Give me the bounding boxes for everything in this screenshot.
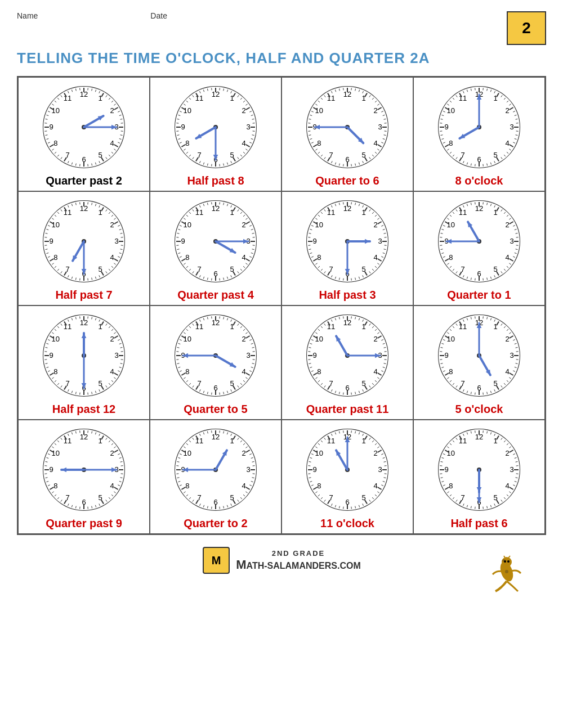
clock-face-5	[171, 196, 261, 286]
clock-label-4: Half past 7	[55, 289, 112, 302]
svg-text:M: M	[212, 554, 221, 567]
clock-cell-0: Quarter past 2	[18, 77, 150, 191]
clock-face-0	[39, 82, 129, 172]
clock-cell-8: Half past 12	[18, 305, 150, 420]
clock-cell-3: 8 o'clock	[413, 77, 545, 191]
clock-face-14	[302, 425, 392, 515]
clock-cell-10: Quarter past 11	[282, 305, 413, 420]
clock-cell-1: Half past 8	[150, 77, 282, 191]
clock-label-10: Quarter past 11	[306, 403, 389, 416]
clock-label-9: Quarter to 5	[184, 403, 247, 416]
clock-cell-2: Quarter to 6	[282, 77, 413, 191]
clock-face-1	[171, 82, 261, 172]
clock-cell-4: Half past 7	[18, 191, 150, 305]
clock-cell-14: 11 o'clock	[282, 420, 413, 534]
clock-label-0: Quarter past 2	[46, 174, 122, 187]
clock-label-8: Half past 12	[52, 403, 115, 416]
clock-face-13	[171, 425, 261, 515]
svg-point-1	[502, 557, 512, 567]
date-label: Date	[150, 11, 167, 20]
clock-label-12: Quarter past 9	[46, 517, 122, 530]
clock-face-3	[434, 82, 524, 172]
clock-face-2	[302, 82, 392, 172]
page-title: TELLING THE TIME O'CLOCK, HALF AND QUART…	[17, 50, 546, 67]
clock-face-6	[302, 196, 392, 286]
grade-number: 2	[522, 19, 531, 37]
footer-brand: 2ND GRADE MATH-SALAMANDERS.COM	[236, 549, 361, 572]
clock-face-12	[39, 425, 129, 515]
grade-logo: 2	[507, 11, 546, 45]
clock-label-7: Quarter to 1	[447, 289, 511, 302]
clock-face-4	[39, 196, 129, 286]
clock-face-9	[171, 311, 261, 401]
clock-label-13: Quarter to 2	[184, 517, 247, 530]
clock-face-11	[434, 311, 524, 401]
footer-brand-name: MATH-SALAMANDERS.COM	[236, 558, 361, 572]
clock-cell-6: Half past 3	[282, 191, 413, 305]
svg-point-6	[507, 560, 510, 563]
footer-area: M 2ND GRADE MATH-SALAMANDERS.COM	[17, 546, 546, 603]
clock-cell-7: Quarter to 1	[413, 191, 545, 305]
svg-point-5	[504, 560, 506, 563]
clock-cell-15: Half past 6	[413, 420, 545, 534]
footer-logo-icon: M	[202, 546, 230, 574]
name-label: Name	[17, 11, 38, 20]
clock-face-7	[434, 196, 524, 286]
top-bar: Name Date 2	[17, 11, 546, 45]
footer-grade: 2ND GRADE	[236, 549, 361, 558]
name-date: Name Date	[17, 11, 167, 20]
clock-label-14: 11 o'clock	[320, 517, 374, 530]
footer: M 2ND GRADE MATH-SALAMANDERS.COM	[17, 546, 546, 574]
clock-label-11: 5 o'clock	[455, 403, 503, 416]
clock-face-15	[434, 425, 524, 515]
clock-cell-5: Quarter past 4	[150, 191, 282, 305]
clock-label-3: 8 o'clock	[455, 174, 503, 187]
clock-cell-13: Quarter to 2	[150, 420, 282, 534]
clock-cell-11: 5 o'clock	[413, 305, 545, 420]
svg-point-7	[505, 570, 508, 573]
clock-cell-9: Quarter to 5	[150, 305, 282, 420]
clock-label-5: Quarter past 4	[177, 289, 254, 302]
clock-label-6: Half past 3	[319, 289, 376, 302]
clock-face-10	[302, 311, 392, 401]
clock-label-2: Quarter to 6	[315, 174, 379, 187]
clock-label-15: Half past 6	[450, 517, 507, 530]
clock-cell-12: Quarter past 9	[18, 420, 150, 534]
lizard-decoration	[484, 546, 529, 599]
clock-label-1: Half past 8	[187, 174, 244, 187]
clock-face-8	[39, 311, 129, 401]
clock-grid: Quarter past 2Half past 8Quarter to 68 o…	[17, 76, 546, 535]
